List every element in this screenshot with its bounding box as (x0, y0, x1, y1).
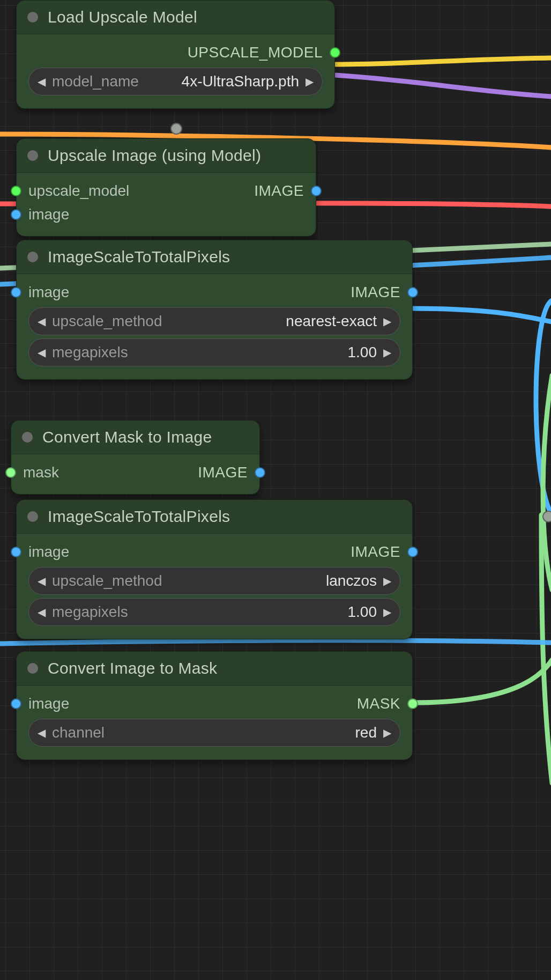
widget-name: upscale_method (52, 572, 162, 590)
node-title: Convert Mask to Image (42, 428, 212, 446)
chevron-right-icon[interactable]: ▶ (383, 315, 391, 328)
node-title: Convert Image to Mask (48, 659, 217, 677)
chevron-left-icon[interactable]: ◀ (38, 315, 46, 328)
widget-name: megapixels (52, 603, 128, 621)
widget-value: lanczos (168, 572, 377, 590)
collapse-dot-icon[interactable] (27, 12, 38, 23)
widget-megapixels[interactable]: ◀ megapixels 1.00 ▶ (28, 338, 400, 366)
node-header[interactable]: Convert Mask to Image (11, 421, 259, 454)
node-convert-mask-to-image[interactable]: Convert Mask to Image mask IMAGE (11, 420, 260, 495)
input-image-socket[interactable] (11, 287, 21, 298)
chevron-left-icon[interactable]: ◀ (38, 75, 46, 88)
widget-name: megapixels (52, 344, 128, 361)
widget-channel[interactable]: ◀ channel red ▶ (28, 719, 400, 747)
node-upscale-image[interactable]: Upscale Image (using Model) upscale_mode… (16, 138, 316, 237)
widget-value: red (111, 724, 377, 741)
node-header[interactable]: Upscale Image (using Model) (17, 139, 316, 173)
node-image-scale-1[interactable]: ImageScaleToTotalPixels image IMAGE ◀ up… (16, 240, 413, 380)
output-image-label: IMAGE (254, 182, 304, 200)
node-title: ImageScaleToTotalPixels (48, 248, 230, 266)
collapse-dot-icon[interactable] (27, 663, 38, 674)
chevron-right-icon[interactable]: ▶ (306, 75, 314, 88)
node-header[interactable]: Convert Image to Mask (17, 652, 412, 686)
output-mask-label: MASK (357, 695, 400, 712)
collapse-dot-icon[interactable] (22, 432, 33, 443)
chevron-left-icon[interactable]: ◀ (38, 346, 46, 359)
chevron-right-icon[interactable]: ▶ (383, 574, 391, 587)
widget-name: upscale_method (52, 313, 162, 330)
chevron-left-icon[interactable]: ◀ (38, 726, 46, 739)
input-image-label: image (28, 695, 69, 712)
widget-value: 4x-UltraSharp.pth (145, 73, 299, 90)
widget-name: model_name (52, 73, 139, 90)
output-image-label: IMAGE (351, 284, 400, 301)
output-upscale-model-label: UPSCALE_MODEL (188, 44, 323, 61)
widget-value: 1.00 (135, 603, 377, 621)
chevron-right-icon[interactable]: ▶ (383, 606, 391, 618)
node-header[interactable]: ImageScaleToTotalPixels (17, 500, 412, 534)
widget-upscale-method[interactable]: ◀ upscale_method nearest-exact ▶ (28, 307, 400, 335)
widget-megapixels[interactable]: ◀ megapixels 1.00 ▶ (28, 598, 400, 626)
output-image-socket[interactable] (407, 547, 418, 557)
input-image-label: image (28, 284, 69, 301)
node-header[interactable]: Load Upscale Model (17, 1, 334, 34)
output-image-socket[interactable] (255, 467, 265, 478)
collapse-dot-icon[interactable] (27, 511, 38, 522)
chevron-right-icon[interactable]: ▶ (383, 726, 391, 739)
node-title: Upscale Image (using Model) (48, 146, 261, 165)
chevron-left-icon[interactable]: ◀ (38, 606, 46, 618)
output-image-socket[interactable] (311, 186, 322, 196)
input-upscale-model-label: upscale_model (28, 182, 129, 200)
widget-model-name[interactable]: ◀ model_name 4x-UltraSharp.pth ▶ (28, 68, 323, 95)
reroute-dot[interactable] (542, 511, 551, 522)
input-image-socket[interactable] (11, 209, 21, 220)
collapse-dot-icon[interactable] (27, 150, 38, 161)
input-image-label: image (28, 543, 69, 561)
output-mask-socket[interactable] (407, 698, 418, 709)
widget-value: nearest-exact (168, 313, 377, 330)
input-mask-socket[interactable] (5, 467, 16, 478)
input-mask-label: mask (23, 464, 59, 481)
input-image-socket[interactable] (11, 698, 21, 709)
node-header[interactable]: ImageScaleToTotalPixels (17, 240, 412, 274)
output-image-socket[interactable] (407, 287, 418, 298)
reroute-dot[interactable] (170, 123, 182, 135)
output-image-label: IMAGE (351, 543, 400, 561)
widget-name: channel (52, 724, 105, 741)
collapse-dot-icon[interactable] (27, 252, 38, 262)
node-image-scale-2[interactable]: ImageScaleToTotalPixels image IMAGE ◀ up… (16, 499, 413, 639)
input-upscale-model-socket[interactable] (11, 186, 21, 196)
widget-upscale-method[interactable]: ◀ upscale_method lanczos ▶ (28, 567, 400, 595)
chevron-right-icon[interactable]: ▶ (383, 346, 391, 359)
input-image-socket[interactable] (11, 547, 21, 557)
node-title: Load Upscale Model (48, 8, 197, 26)
output-upscale-model-socket[interactable] (330, 47, 340, 58)
node-load-upscale-model[interactable]: Load Upscale Model UPSCALE_MODEL ◀ model… (16, 0, 335, 109)
chevron-left-icon[interactable]: ◀ (38, 574, 46, 587)
widget-value: 1.00 (135, 344, 377, 361)
output-image-label: IMAGE (198, 464, 248, 481)
input-image-label: image (28, 206, 69, 223)
node-convert-image-to-mask[interactable]: Convert Image to Mask image MASK ◀ chann… (16, 651, 413, 760)
node-title: ImageScaleToTotalPixels (48, 507, 230, 526)
